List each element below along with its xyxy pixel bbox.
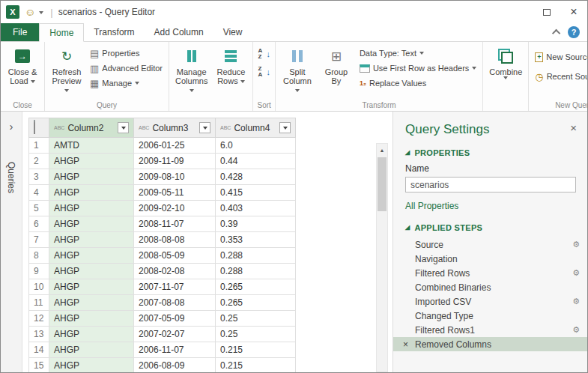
row-number[interactable]: 7 [29, 232, 49, 248]
cell[interactable]: 2007-08-08 [134, 295, 216, 311]
maximize-button[interactable] [533, 1, 560, 23]
help-button[interactable]: ? [568, 26, 580, 38]
replace-values-button[interactable]: 1₂ Replace Values [357, 76, 479, 90]
row-number[interactable]: 15 [29, 358, 49, 373]
row-number[interactable]: 14 [29, 342, 49, 358]
cell[interactable]: AHGP [49, 201, 134, 216]
row-number[interactable]: 5 [29, 201, 49, 216]
cell[interactable]: 2009-05-11 [134, 185, 216, 201]
cell[interactable]: AHGP [49, 232, 134, 248]
properties-section-header[interactable]: ◢ PROPERTIES [393, 143, 587, 161]
applied-steps-section-header[interactable]: ◢ APPLIED STEPS [393, 218, 587, 236]
split-column-button[interactable]: Split Column [278, 44, 317, 96]
vertical-scrollbar[interactable]: ▲ [376, 143, 388, 372]
row-number[interactable]: 11 [29, 295, 49, 311]
cell[interactable]: 0.265 [216, 279, 296, 295]
row-number[interactable]: 1 [29, 138, 49, 154]
cell[interactable]: AMTD [49, 138, 134, 154]
gear-icon[interactable]: ⚙ [572, 297, 580, 306]
query-name-input[interactable] [405, 177, 576, 192]
close-window-button[interactable]: × [560, 1, 587, 23]
filter-dropdown-button[interactable] [279, 122, 291, 133]
cell[interactable]: 0.415 [216, 185, 296, 201]
data-type-button[interactable]: Data Type: Text [357, 46, 479, 60]
row-number[interactable]: 2 [29, 154, 49, 169]
cell[interactable]: AHGP [49, 279, 134, 295]
feedback-smiley-icon[interactable]: ☺ [25, 7, 35, 17]
cell[interactable]: AHGP [49, 327, 134, 342]
scrollbar-thumb[interactable] [378, 157, 387, 211]
manage-button[interactable]: ▦ Manage [88, 76, 165, 90]
tab-add-column[interactable]: Add Column [145, 23, 213, 41]
cell[interactable]: AHGP [49, 342, 134, 358]
manage-columns-button[interactable]: Manage Columns [172, 44, 211, 96]
cell[interactable]: AHGP [49, 216, 134, 232]
cell[interactable]: 0.288 [216, 248, 296, 264]
cell[interactable]: 0.265 [216, 295, 296, 311]
cell[interactable]: AHGP [49, 154, 134, 169]
row-number[interactable]: 3 [29, 169, 49, 185]
qat-dropdown-caret[interactable] [39, 7, 43, 17]
use-first-row-headers-button[interactable]: Use First Row as Headers [357, 61, 479, 75]
cell[interactable]: 2006-01-25 [134, 138, 216, 154]
gear-icon[interactable]: ⚙ [572, 326, 580, 334]
step-source[interactable]: Source⚙ [393, 237, 587, 252]
cell[interactable]: 2008-05-09 [134, 248, 216, 264]
step-filtered-rows[interactable]: Filtered Rows⚙ [393, 266, 587, 280]
row-number[interactable]: 4 [29, 185, 49, 201]
table-corner-button[interactable] [29, 118, 49, 138]
step-filtered-rows1[interactable]: Filtered Rows1⚙ [393, 323, 587, 337]
cell[interactable]: 2007-11-07 [134, 279, 216, 295]
filter-dropdown-button[interactable] [118, 122, 129, 133]
cell[interactable]: 2007-05-09 [134, 311, 216, 327]
cell[interactable]: AHGP [49, 264, 134, 279]
cell[interactable]: 0.25 [216, 311, 296, 327]
advanced-editor-button[interactable]: ▥ Advanced Editor [88, 61, 165, 75]
cell[interactable]: 2009-08-10 [134, 169, 216, 185]
cell[interactable]: 2008-08-08 [134, 232, 216, 248]
properties-button[interactable]: ▤ Properties [88, 46, 165, 60]
cell[interactable]: 0.353 [216, 232, 296, 248]
refresh-preview-button[interactable]: ↻ Refresh Preview [47, 44, 86, 96]
row-number[interactable]: 13 [29, 327, 49, 342]
cell[interactable]: 0.25 [216, 327, 296, 342]
sort-descending-button[interactable]: ZA ↓ [255, 65, 273, 79]
cell[interactable]: 2006-08-09 [134, 358, 216, 373]
row-number[interactable]: 12 [29, 311, 49, 327]
collapse-ribbon-icon[interactable] [552, 29, 560, 37]
cell[interactable]: AHGP [49, 169, 134, 185]
cell[interactable]: 2008-02-08 [134, 264, 216, 279]
close-panel-button[interactable]: × [570, 122, 577, 133]
recent-sources-button[interactable]: ◷ Recent Sources [533, 70, 588, 83]
cell[interactable]: 0.215 [216, 358, 296, 373]
cell[interactable]: 6.0 [216, 138, 296, 154]
cell[interactable]: 2008-11-07 [134, 216, 216, 232]
close-and-load-button[interactable]: → Close & Load [3, 44, 42, 87]
cell[interactable]: 2006-11-07 [134, 342, 216, 358]
cell[interactable]: 0.215 [216, 342, 296, 358]
reduce-rows-button[interactable]: Reduce Rows [211, 44, 250, 87]
cell[interactable]: 0.428 [216, 169, 296, 185]
step-imported-csv[interactable]: Imported CSV⚙ [393, 294, 587, 309]
delete-step-icon[interactable]: × [403, 340, 415, 349]
cell[interactable]: 2007-02-07 [134, 327, 216, 342]
cell[interactable]: AHGP [49, 185, 134, 201]
row-number[interactable]: 9 [29, 264, 49, 279]
sort-ascending-button[interactable]: AZ ↓ [255, 47, 273, 61]
row-number[interactable]: 10 [29, 279, 49, 295]
filter-dropdown-button[interactable] [199, 122, 210, 133]
row-number[interactable]: 6 [29, 216, 49, 232]
scroll-up-icon[interactable]: ▲ [377, 144, 387, 156]
step-combined-binaries[interactable]: Combined Binaries [393, 280, 587, 294]
column-header-column3[interactable]: ABC Column3 [134, 118, 216, 138]
expand-queries-icon[interactable]: › [10, 121, 13, 132]
cell[interactable]: 0.39 [216, 216, 296, 232]
tab-view[interactable]: View [213, 23, 252, 41]
cell[interactable]: 0.403 [216, 201, 296, 216]
cell[interactable]: 2009-11-09 [134, 154, 216, 169]
cell[interactable]: 0.44 [216, 154, 296, 169]
cell[interactable]: 2009-02-10 [134, 201, 216, 216]
all-properties-link[interactable]: All Properties [393, 195, 587, 218]
step-removed-columns[interactable]: ×Removed Columns [393, 337, 587, 351]
cell[interactable]: AHGP [49, 248, 134, 264]
